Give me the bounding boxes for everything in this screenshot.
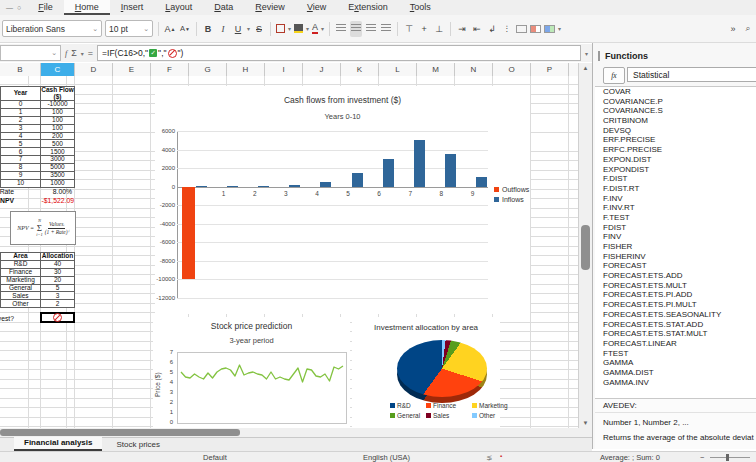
align-justify-button[interactable] [380,21,392,37]
align-center-button[interactable] [350,21,362,37]
cashflow-table[interactable]: YearCash Flow ($)0-100001100210031004200… [0,86,75,188]
menu-tab-file[interactable]: File [27,0,64,15]
bar-inflows-year-4[interactable] [320,182,331,187]
column-header-H[interactable]: H [227,63,265,76]
npv-formula-image[interactable]: NPV = N Σ i=1 Valuesᵢ (1 + Rate)ⁱ [10,211,76,245]
shrink-font-button[interactable]: A▼ [179,21,191,37]
selection-mode-icon[interactable]: ⋦ [486,453,492,462]
table-cell[interactable]: Other [1,300,41,308]
menu-tab-insert[interactable]: Insert [110,0,155,15]
formula-input[interactable]: =IF(C16>0," ✓ "," ") [97,45,581,61]
bar-inflows-year-6[interactable] [383,159,394,187]
menu-tab-tools[interactable]: Tools [399,0,442,15]
wrap-text-button[interactable]: ↲ [486,21,498,37]
function-list-item[interactable]: F.INV.RT [595,203,756,213]
align-right-button[interactable] [365,21,377,37]
function-list-item[interactable]: F.TEST [595,213,756,223]
function-list-item[interactable]: GAMMA [595,358,756,368]
expand-formula-bar-icon[interactable]: ▾ [585,50,588,57]
function-list-item[interactable]: EXPONDIST [595,165,756,175]
menu-tab-layout[interactable]: Layout [154,0,203,15]
table-cell[interactable]: 20 [41,276,75,284]
bar-inflows-year-2[interactable] [258,186,269,187]
npv-value[interactable]: -$1,522.09 [41,197,74,204]
function-list-item[interactable]: FTEST [595,349,756,359]
function-list-item[interactable]: FORECAST.ETS.PI.ADD [595,290,756,300]
horizontal-scrollbar-thumb[interactable] [0,429,240,436]
function-list-item[interactable]: F.INV [595,194,756,204]
table-cell[interactable]: 100 [41,124,75,132]
function-list-item[interactable]: GAMMA.DIST [595,368,756,378]
column-header-E[interactable]: E [113,63,151,76]
font-name-select[interactable]: Liberation Sans ⌄ [2,20,102,37]
sidebar-grip[interactable] [598,51,600,61]
function-list-item[interactable]: COVAR [595,87,756,97]
decrease-indent-button[interactable]: ⇤ [471,21,483,37]
function-list-item[interactable]: COVARIANCE.P [595,97,756,107]
function-list-item[interactable]: FORECAST.ETS.SEASONALITY [595,310,756,320]
sum-button[interactable]: Σ [71,48,77,58]
bar-outflows-year-0[interactable] [182,187,195,280]
table-cell[interactable]: 100 [41,116,75,124]
allocation-table[interactable]: AreaAllocationR&D40Finance30Marketing20G… [0,252,75,308]
function-list-item[interactable]: CRITBINOM [595,116,756,126]
vertical-scrollbar[interactable]: ▲ ▼ [578,63,592,428]
function-list-item[interactable]: F.DIST.RT [595,184,756,194]
function-list-item[interactable]: FORECAST.ETS.PI.MULT [595,300,756,310]
table-cell[interactable]: 3 [1,124,41,132]
column-header-D[interactable]: D [75,63,113,76]
underline-button[interactable]: U [232,21,244,37]
function-list-item[interactable]: FORECAST.ETS.STAT.MULT [595,329,756,339]
menu-tab-data[interactable]: Data [203,0,244,15]
scroll-down-icon[interactable]: ▼ [579,420,592,426]
horizontal-scrollbar[interactable] [0,428,592,437]
bar-inflows-year-1[interactable] [227,186,238,187]
align-left-button[interactable] [335,21,347,37]
table-cell[interactable]: 200 [41,132,75,140]
chevron-down-icon[interactable]: ▾ [247,25,250,32]
center-vertically-button[interactable]: + [418,21,430,37]
function-list-item[interactable]: FORECAST.ETS.STAT.ADD [595,320,756,330]
table-cell[interactable]: Marketing [1,276,41,284]
sheet-tab-financial-analysis[interactable]: Financial analysis [14,437,102,451]
chevron-down-icon[interactable]: ▾ [321,25,324,32]
toolbar-overflow-button[interactable]: » [727,21,739,37]
circle-icon[interactable]: ○ [17,4,21,11]
function-wizard-button[interactable]: fx [603,67,625,84]
rate-value[interactable]: 8.00% [41,188,72,195]
function-list-item[interactable]: FDIST [595,223,756,233]
menu-tab-extension[interactable]: Extension [337,0,399,15]
function-list-item[interactable]: ERFC.PRECISE [595,145,756,155]
function-list-item[interactable]: FINV [595,232,756,242]
search-icon[interactable]: ⌕ [742,21,754,37]
increase-indent-button[interactable]: ⇥ [456,21,468,37]
column-header-P[interactable]: P [531,63,569,76]
table-header-cell[interactable]: Cash Flow ($) [41,87,75,101]
table-cell[interactable]: 30 [41,268,75,276]
name-box[interactable]: ⌄ [0,45,61,61]
column-header-O[interactable]: O [493,63,531,76]
function-list-item[interactable]: FISHERINV [595,252,756,262]
menu-tab-home[interactable]: Home [64,0,110,15]
function-list-item[interactable]: FORECAST.LINEAR [595,339,756,349]
menu-tab-view[interactable]: View [296,0,337,15]
selected-cell-invest[interactable] [40,312,75,323]
column-header-G[interactable]: G [189,63,227,76]
rate-label[interactable]: Rate [0,188,14,195]
cashflow-bar-chart[interactable]: Cash flows from investment ($) Years 0-1… [155,86,530,314]
function-list[interactable]: COVARCOVARIANCE.PCOVARIANCE.SCRITBINOMDE… [595,86,756,400]
chevron-down-icon[interactable]: ▾ [558,25,561,32]
zoom-out-button[interactable]: − [700,453,704,462]
chevron-down-icon[interactable]: ▾ [306,25,309,32]
bar-inflows-year-8[interactable] [445,154,456,186]
function-list-item[interactable]: FORECAST.ETS.ADD [595,271,756,281]
function-list-item[interactable]: GAMMA.INV [595,378,756,388]
column-header-J[interactable]: J [303,63,341,76]
bar-inflows-year-9[interactable] [476,177,487,186]
italic-button[interactable]: I [217,21,229,37]
column-header-I[interactable]: I [265,63,303,76]
function-list-item[interactable]: DEVSQ [595,126,756,136]
bold-button[interactable]: B [202,21,214,37]
table-cell[interactable]: 3 [41,292,75,300]
bar-inflows-year-7[interactable] [414,140,425,186]
